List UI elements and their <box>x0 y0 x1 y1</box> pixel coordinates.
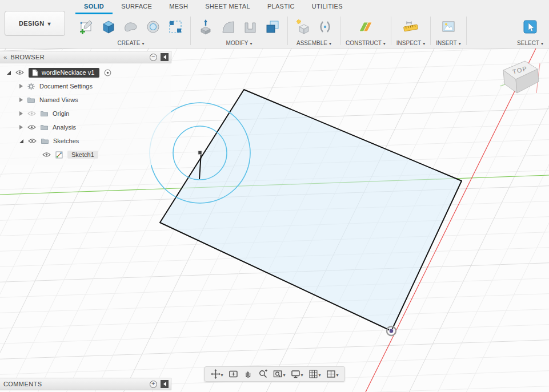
tab-utilities[interactable]: UTILITIES <box>303 0 351 14</box>
browser-header[interactable]: BROWSER <box>0 51 171 63</box>
visibility-eye-hidden-icon[interactable] <box>27 111 36 116</box>
origin-selected-point[interactable] <box>389 329 394 333</box>
folder-icon <box>41 111 48 116</box>
extrude-button[interactable] <box>99 17 118 37</box>
combine-button[interactable] <box>263 17 282 37</box>
tree-item-label: wordleNecklace v1 <box>42 69 94 76</box>
group-label: INSPECT <box>396 40 421 46</box>
tree-item-document-settings[interactable]: Document Settings <box>0 79 171 93</box>
insert-canvas-button[interactable] <box>439 17 458 37</box>
group-construct: CONSTRUCT <box>342 14 389 49</box>
active-component-pill[interactable]: wordleNecklace v1 <box>29 68 99 78</box>
zoom-window-button[interactable] <box>271 368 287 380</box>
sketch-rectangle-profile[interactable] <box>160 90 462 331</box>
group-modify: MODIFY <box>193 14 286 49</box>
tab-mesh[interactable]: MESH <box>161 0 197 14</box>
browser-collapse-button[interactable] <box>150 54 157 61</box>
tab-surface[interactable]: SURFACE <box>113 0 161 14</box>
comments-expand-button[interactable] <box>150 381 157 388</box>
select-dropdown[interactable]: SELECT <box>517 40 543 46</box>
document-icon <box>32 69 38 76</box>
measure-button[interactable] <box>401 17 420 37</box>
visibility-eye-icon[interactable] <box>42 152 51 157</box>
visibility-eye-icon[interactable] <box>28 138 37 144</box>
monitor-icon <box>290 369 300 379</box>
design-workspace-menu[interactable]: DESIGN <box>5 11 65 36</box>
select-button[interactable] <box>520 17 540 37</box>
arrow-left-icon <box>163 55 166 59</box>
pattern-button[interactable] <box>166 17 185 37</box>
tab-plastic[interactable]: PLASTIC <box>259 0 303 14</box>
expand-arrow-icon[interactable] <box>19 84 23 88</box>
visibility-eye-icon[interactable] <box>27 124 36 130</box>
display-settings-button[interactable] <box>288 368 304 380</box>
zoom-button[interactable] <box>256 368 269 380</box>
browser-hide-tab[interactable] <box>161 53 169 61</box>
comments-hide-tab[interactable] <box>161 380 169 388</box>
fillet-icon <box>219 18 237 35</box>
joint-button[interactable] <box>315 17 335 37</box>
divider <box>466 17 467 45</box>
construct-dropdown[interactable]: CONSTRUCT <box>346 40 386 46</box>
expand-arrow-icon[interactable] <box>19 125 23 130</box>
tree-item-label: Sketches <box>53 138 79 144</box>
expand-arrow-icon[interactable] <box>19 98 23 102</box>
browser-title: BROWSER <box>11 54 45 60</box>
tree-item-root-component[interactable]: wordleNecklace v1 <box>0 66 171 79</box>
tree-item-sketches[interactable]: Sketches <box>0 134 171 148</box>
expand-arrow-icon[interactable] <box>19 139 23 143</box>
sweep-icon <box>122 18 139 35</box>
sketch-icon <box>55 151 63 159</box>
group-inspect: INSPECT <box>393 14 428 49</box>
browser-panel: BROWSER wordleNecklace v1 <box>0 51 171 165</box>
activate-component-radio-icon[interactable] <box>104 69 111 76</box>
sketch-center-point[interactable] <box>198 151 202 155</box>
create-dropdown[interactable]: CREATE <box>118 40 145 46</box>
revolve-button[interactable] <box>143 17 163 37</box>
expand-arrow-icon[interactable] <box>19 111 23 116</box>
fillet-button[interactable] <box>218 17 238 37</box>
sweep-button[interactable] <box>121 17 141 37</box>
tree-item-named-views[interactable]: Named Views <box>0 93 171 107</box>
image-icon <box>440 18 457 35</box>
chevron-down-icon <box>300 370 303 378</box>
press-pull-button[interactable] <box>196 17 215 37</box>
tree-item-label: Named Views <box>39 96 78 103</box>
tab-sheet-metal[interactable]: SHEET METAL <box>197 0 259 14</box>
fit-view-button[interactable] <box>226 368 239 380</box>
shell-button[interactable] <box>241 17 260 37</box>
construct-plane-button[interactable] <box>356 17 375 37</box>
tree-item-analysis[interactable]: Analysis <box>0 120 171 134</box>
create-sketch-button[interactable] <box>77 17 96 37</box>
view-cube[interactable]: TOP <box>499 55 544 101</box>
insert-dropdown[interactable]: INSERT <box>436 40 461 46</box>
grid-snaps-button[interactable] <box>307 368 323 380</box>
tree-item-origin[interactable]: Origin <box>0 107 171 120</box>
revolve-icon <box>145 18 162 35</box>
group-label: MODIFY <box>226 40 249 46</box>
new-component-button[interactable] <box>293 17 312 37</box>
hand-icon <box>243 369 253 379</box>
design-menu-label: DESIGN <box>19 20 45 27</box>
assemble-dropdown[interactable]: ASSEMBLE <box>296 40 331 46</box>
tab-solid[interactable]: SOLID <box>75 0 113 14</box>
viewport-canvas[interactable]: TOP <box>0 49 549 392</box>
group-insert: INSERT <box>432 14 464 49</box>
chevron-down-icon <box>221 370 223 378</box>
comments-header[interactable]: COMMENTS <box>0 378 171 390</box>
arrow-left-icon <box>163 382 166 386</box>
group-select: SELECT <box>514 14 547 49</box>
inspect-dropdown[interactable]: INSPECT <box>396 40 425 46</box>
modify-dropdown[interactable]: MODIFY <box>226 40 253 46</box>
toolbar-groups: CREATE MODIFY ASSEMBLE <box>73 14 549 49</box>
tree-item-sketch1[interactable]: Sketch1 <box>0 148 171 161</box>
viewports-button[interactable] <box>324 368 340 380</box>
pan-button[interactable] <box>241 368 254 380</box>
chevron-down-icon <box>423 40 425 46</box>
expand-arrow-icon[interactable] <box>7 71 11 75</box>
visibility-eye-icon[interactable] <box>15 70 24 75</box>
collapse-chevrons-icon[interactable] <box>3 54 7 60</box>
extrude-icon <box>100 18 117 35</box>
orbit-pan-tool-button[interactable] <box>209 368 225 380</box>
tree-item-label: Sketch1 <box>67 151 98 159</box>
